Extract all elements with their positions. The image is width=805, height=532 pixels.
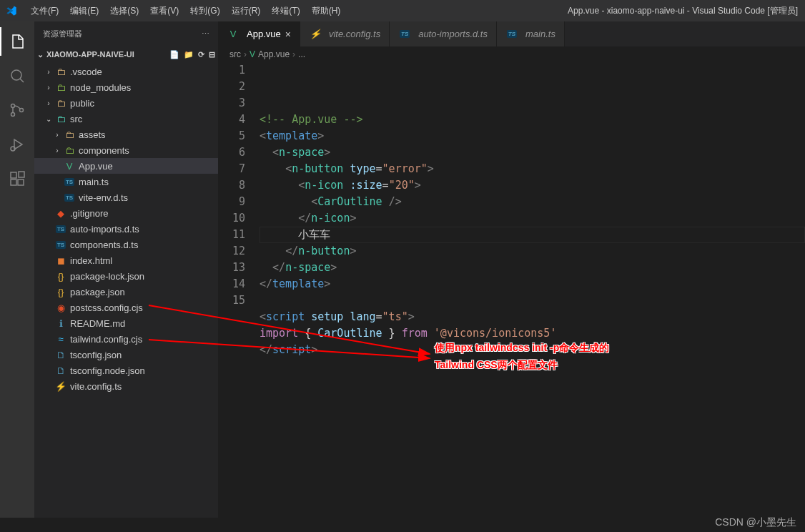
new-folder-icon[interactable]: 📁 xyxy=(184,50,194,59)
chevron-down-icon: ⌄ xyxy=(37,50,44,59)
chevron-icon: › xyxy=(51,131,63,139)
tree-label: App.vue xyxy=(79,161,113,172)
tree-item[interactable]: ≈tailwind.config.cjs xyxy=(34,331,218,347)
tree-label: .vscode xyxy=(70,66,102,77)
breadcrumb-item[interactable]: ... xyxy=(298,49,305,59)
tree-label: package.json xyxy=(70,287,125,297)
tab-label: auto-imports.d.ts xyxy=(418,29,488,39)
file-tree: ›🗀.vscode›🗀node_modules›🗀public⌄🗀src›🗀as… xyxy=(34,62,218,518)
svg-rect-8 xyxy=(19,172,24,177)
tree-label: assets xyxy=(79,129,106,140)
tree-item[interactable]: 🗋tsconfig.json xyxy=(34,347,218,363)
editor-tab[interactable]: ⚡vite.config.ts xyxy=(300,21,390,46)
menu-item[interactable]: 终端(T) xyxy=(267,2,305,20)
menu-item[interactable]: 编辑(E) xyxy=(65,2,104,20)
svg-point-1 xyxy=(11,104,15,108)
menu-item[interactable]: 查看(V) xyxy=(145,2,184,20)
ts-icon: TS xyxy=(63,178,76,186)
refresh-icon[interactable]: ⟳ xyxy=(198,50,204,59)
breadcrumb-item[interactable]: App.vue xyxy=(258,49,290,59)
menu-item[interactable]: 转到(G) xyxy=(185,2,224,20)
folder-icon: 🗀 xyxy=(63,129,76,140)
tree-label: main.ts xyxy=(79,177,109,187)
chevron-icon: ⌄ xyxy=(43,115,54,123)
tree-item[interactable]: TSmain.ts xyxy=(34,174,218,189)
html-icon: ◼ xyxy=(54,255,67,266)
editor-tab[interactable]: TSauto-imports.d.ts xyxy=(390,21,497,46)
json-icon: 🗋 xyxy=(54,350,67,360)
annotation-text: 使用npx tailwindcss init -p命令生成的 Tailwind … xyxy=(435,342,609,376)
svg-rect-6 xyxy=(11,179,16,185)
menu-item[interactable]: 文件(F) xyxy=(26,2,64,20)
tree-label: README.md xyxy=(70,318,125,329)
close-icon[interactable]: × xyxy=(285,29,291,40)
vue-icon: V xyxy=(63,161,76,172)
source-control-icon[interactable] xyxy=(0,96,34,124)
tree-item[interactable]: ›🗀public xyxy=(34,95,218,111)
svg-point-0 xyxy=(11,70,21,80)
folder-icon: 🗀 xyxy=(54,66,67,77)
breadcrumb-item[interactable]: src xyxy=(229,49,241,59)
tree-label: tailwind.config.cjs xyxy=(70,334,142,345)
editor-tab[interactable]: TSmain.ts xyxy=(497,21,565,46)
menu-item[interactable]: 帮助(H) xyxy=(307,2,346,20)
ts-icon: TS xyxy=(54,241,67,249)
tree-item[interactable]: ›🗀.vscode xyxy=(34,64,218,79)
vue-icon: V xyxy=(227,29,239,39)
tree-item[interactable]: TSvite-env.d.ts xyxy=(34,189,218,205)
tree-item[interactable]: ◼index.html xyxy=(34,252,218,268)
menu-item[interactable]: 运行(R) xyxy=(227,2,266,20)
extensions-icon[interactable] xyxy=(0,164,34,193)
code-content[interactable]: <!-- App.vue --><template> <n-space> <n-… xyxy=(260,62,805,518)
explorer-icon[interactable] xyxy=(0,27,34,56)
project-name: XIAOMO-APP-NAIVE-UI xyxy=(46,50,134,59)
svg-rect-5 xyxy=(11,172,16,178)
tree-label: components xyxy=(79,145,129,156)
code-editor[interactable]: 123456789101112131415 <!-- App.vue --><t… xyxy=(218,62,805,518)
chevron-right-icon: › xyxy=(292,49,295,59)
tab-label: vite.config.ts xyxy=(329,29,380,39)
tree-item[interactable]: ℹREADME.md xyxy=(34,315,218,331)
chevron-icon: › xyxy=(43,99,54,107)
tree-label: vite-env.d.ts xyxy=(79,192,128,203)
search-icon[interactable] xyxy=(0,61,34,90)
titlebar: 文件(F)编辑(E)选择(S)查看(V)转到(G)运行(R)终端(T)帮助(H)… xyxy=(0,0,805,21)
project-header[interactable]: ⌄ XIAOMO-APP-NAIVE-UI 📄 📁 ⟳ ⊟ xyxy=(34,46,218,62)
tree-item[interactable]: ›🗀assets xyxy=(34,127,218,142)
tree-item[interactable]: VApp.vue xyxy=(34,158,218,174)
vue-icon: V xyxy=(250,49,255,59)
tree-label: index.html xyxy=(70,255,112,266)
tree-item[interactable]: ›🗀components xyxy=(34,142,218,158)
tree-item[interactable]: ⚡vite.config.ts xyxy=(34,378,218,394)
tree-item[interactable]: ◉postcss.config.cjs xyxy=(34,300,218,315)
breadcrumb[interactable]: src › V App.vue › ... xyxy=(218,46,805,62)
tree-item[interactable]: {}package-lock.json xyxy=(34,268,218,284)
new-file-icon[interactable]: 📄 xyxy=(169,50,179,59)
sidebar-more-icon[interactable]: ⋯ xyxy=(202,29,209,39)
tree-item[interactable]: TScomponents.d.ts xyxy=(34,237,218,252)
run-debug-icon[interactable] xyxy=(0,130,34,159)
ts-icon: TS xyxy=(54,225,67,233)
tree-label: auto-imports.d.ts xyxy=(70,224,139,235)
chevron-icon: › xyxy=(43,68,54,76)
watermark: CSDN @小墨先生 xyxy=(715,516,796,529)
tree-label: components.d.ts xyxy=(70,240,138,250)
activity-bar xyxy=(0,21,34,518)
tree-item[interactable]: TSauto-imports.d.ts xyxy=(34,221,218,237)
tree-label: public xyxy=(70,98,94,109)
ts-icon: TS xyxy=(63,194,76,202)
collapse-icon[interactable]: ⊟ xyxy=(209,50,215,59)
tree-item[interactable]: 🗋tsconfig.node.json xyxy=(34,363,218,378)
tree-item[interactable]: ◆.gitignore xyxy=(34,205,218,221)
tree-label: package-lock.json xyxy=(70,271,144,282)
tree-item[interactable]: {}package.json xyxy=(34,284,218,300)
tree-item[interactable]: ›🗀node_modules xyxy=(34,79,218,95)
tree-item[interactable]: ⌄🗀src xyxy=(34,111,218,127)
svg-point-2 xyxy=(11,113,15,117)
menu-item[interactable]: 选择(S) xyxy=(105,2,144,20)
editor-tabs: VApp.vue×⚡vite.config.tsTSauto-imports.d… xyxy=(218,21,805,46)
folder-icon: 🗀 xyxy=(63,145,76,156)
editor-tab[interactable]: VApp.vue× xyxy=(218,21,300,46)
js-icon: ⚡ xyxy=(54,381,67,392)
tree-label: src xyxy=(70,114,82,124)
